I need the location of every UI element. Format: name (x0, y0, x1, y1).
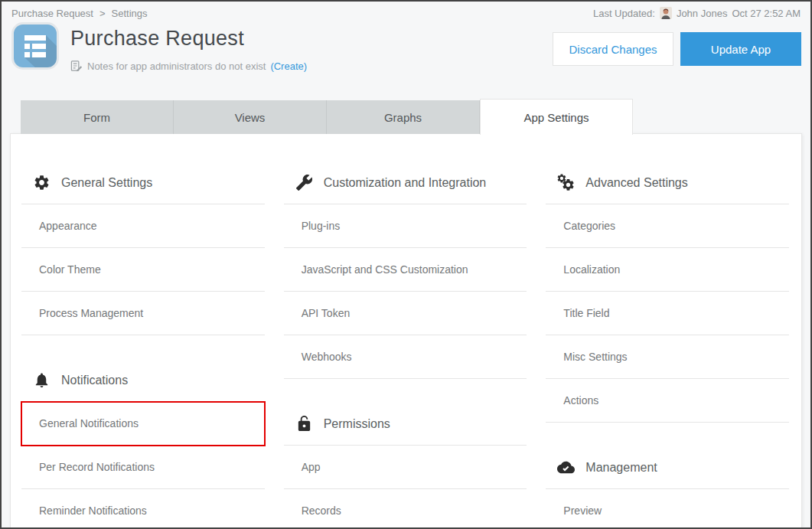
section-header-management: Management (546, 449, 789, 489)
admin-notes-text: Notes for app administrators do not exis… (87, 60, 266, 72)
section-management: ManagementPreview (546, 449, 789, 529)
settings-item-api-token[interactable]: API Token (284, 292, 527, 335)
settings-item-records[interactable]: Records (284, 489, 527, 529)
section-header-general-settings: General Settings (21, 165, 265, 204)
settings-column-3: Advanced SettingsCategoriesLocalizationT… (546, 165, 789, 529)
settings-item-title-field[interactable]: Title Field (546, 292, 789, 335)
discard-changes-button[interactable]: Discard Changes (553, 32, 673, 66)
wrench-icon (295, 174, 313, 191)
create-notes-link[interactable]: (Create) (270, 60, 307, 72)
app-settings-panel: General SettingsAppearanceColor ThemePro… (10, 133, 802, 527)
settings-item-general-notifications[interactable]: General Notifications (21, 402, 265, 446)
settings-item-per-record-notifications[interactable]: Per Record Notifications (21, 446, 265, 489)
section-customization-and-integration: Customization and IntegrationPlug-insJav… (284, 165, 527, 379)
settings-item-app[interactable]: App (284, 446, 527, 489)
settings-item-misc-settings[interactable]: Misc Settings (546, 335, 789, 379)
section-title: Advanced Settings (585, 176, 687, 190)
settings-item-actions[interactable]: Actions (546, 379, 789, 423)
tab-form[interactable]: Form (21, 100, 174, 134)
tab-app-settings[interactable]: App Settings (480, 99, 633, 135)
last-updated-label: Last Updated: (593, 8, 655, 19)
section-notifications: NotificationsGeneral NotificationsPer Re… (21, 362, 265, 529)
settings-item-plug-ins[interactable]: Plug-ins (284, 204, 527, 248)
header-actions: Discard Changes Update App (553, 32, 801, 66)
note-edit-icon (70, 60, 83, 72)
top-bar: Purchase Request > Settings Last Updated… (11, 7, 801, 19)
settings-item-javascript-and-css-customization[interactable]: JavaScript and CSS Customization (284, 248, 527, 292)
settings-item-webhooks[interactable]: Webhooks (284, 335, 527, 379)
settings-item-localization[interactable]: Localization (546, 248, 789, 292)
breadcrumb-app-link[interactable]: Purchase Request (11, 8, 93, 19)
lock-open-icon (295, 415, 313, 433)
avatar-image (660, 7, 672, 19)
bell-icon (33, 371, 51, 389)
last-updated: Last Updated: John Jones Oct 27 2:52 AM (593, 7, 801, 19)
settings-grid: General SettingsAppearanceColor ThemePro… (11, 134, 801, 529)
breadcrumb: Purchase Request > Settings (11, 8, 148, 19)
section-header-notifications: Notifications (21, 362, 265, 402)
tab-graphs[interactable]: Graphs (327, 100, 480, 134)
update-app-button[interactable]: Update App (680, 32, 801, 66)
section-header-permissions: Permissions (284, 406, 527, 446)
section-header-advanced-settings: Advanced Settings (546, 165, 789, 204)
section-general-settings: General SettingsAppearanceColor ThemePro… (21, 165, 265, 335)
breadcrumb-current: Settings (112, 8, 148, 19)
page-title: Purchase Request (70, 27, 244, 51)
section-title: General Settings (61, 176, 152, 190)
settings-item-reminder-notifications[interactable]: Reminder Notifications (21, 489, 265, 529)
user-avatar (660, 7, 672, 19)
breadcrumb-separator: > (99, 8, 106, 19)
gear-icon (33, 174, 51, 191)
section-title: Permissions (324, 417, 390, 431)
tab-bar: FormViewsGraphsApp Settings (21, 99, 633, 135)
app-icon (11, 22, 59, 70)
settings-item-process-management[interactable]: Process Management (21, 292, 265, 335)
section-title: Notifications (61, 374, 128, 387)
settings-column-2: Customization and IntegrationPlug-insJav… (284, 165, 527, 529)
list-glyph (24, 35, 46, 57)
gears-icon (557, 174, 575, 191)
settings-item-preview[interactable]: Preview (546, 489, 789, 529)
settings-item-color-theme[interactable]: Color Theme (21, 248, 265, 292)
settings-item-categories[interactable]: Categories (546, 204, 789, 248)
last-updated-user[interactable]: John Jones (677, 8, 728, 19)
settings-column-1: General SettingsAppearanceColor ThemePro… (21, 165, 265, 529)
tab-views[interactable]: Views (174, 100, 327, 134)
section-header-customization-and-integration: Customization and Integration (284, 165, 527, 204)
settings-item-appearance[interactable]: Appearance (21, 204, 265, 248)
admin-notes-row: Notes for app administrators do not exis… (70, 60, 307, 72)
section-title: Customization and Integration (324, 176, 487, 190)
section-permissions: PermissionsAppRecords (284, 406, 527, 529)
last-updated-time: Oct 27 2:52 AM (732, 8, 801, 19)
section-advanced-settings: Advanced SettingsCategoriesLocalizationT… (546, 165, 789, 423)
section-title: Management (585, 461, 657, 475)
cloud-check-icon (557, 459, 575, 476)
